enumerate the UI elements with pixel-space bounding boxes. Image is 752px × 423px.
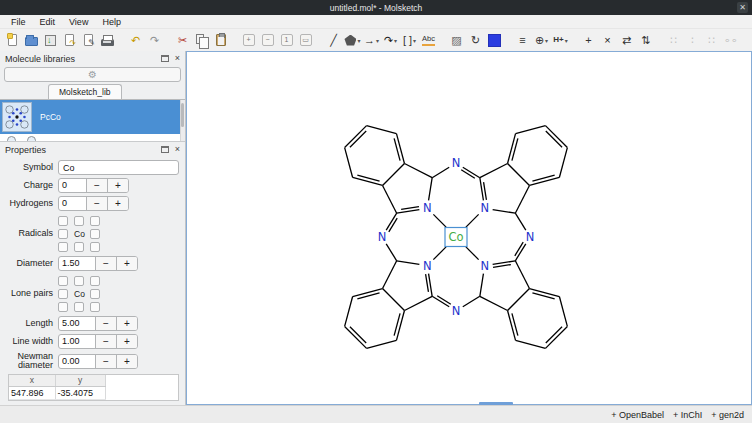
length-value[interactable]: 5.00	[59, 317, 95, 330]
cobalt-label[interactable]: Co	[448, 230, 463, 244]
new-file-button[interactable]	[3, 31, 22, 49]
print-icon	[101, 39, 114, 46]
newman-diameter-increment-button[interactable]: +	[116, 355, 137, 368]
nitrogen-label[interactable]: N	[480, 201, 489, 215]
radical-checkbox[interactable]	[58, 216, 68, 226]
tab-molsketch-lib[interactable]: Molsketch_lib	[48, 84, 122, 99]
nitrogen-label[interactable]: N	[480, 259, 489, 273]
flip-horizontal-button[interactable]: ⇄	[617, 31, 636, 49]
lone-pair-checkbox[interactable]	[74, 276, 84, 286]
paste-button[interactable]	[211, 31, 230, 49]
save-button[interactable]	[41, 31, 60, 49]
line-width-value[interactable]: 1.00	[59, 335, 95, 348]
radical-checkbox[interactable]	[58, 242, 68, 252]
line-width-increment-button[interactable]: +	[116, 335, 137, 348]
charge-stepper: 0 − +	[58, 178, 129, 193]
save-as-button[interactable]	[60, 31, 79, 49]
close-panel-icon[interactable]: ×	[175, 145, 180, 154]
charge-value[interactable]: 0	[59, 179, 86, 192]
charge-decrement-button[interactable]: −	[86, 179, 107, 192]
delete-tool-button[interactable]: ×	[598, 31, 617, 49]
float-panel-icon[interactable]	[161, 55, 169, 62]
nitrogen-label[interactable]: N	[526, 230, 535, 244]
radical-checkbox[interactable]	[90, 242, 100, 252]
mechanism-arrow-tool-button[interactable]: ↷▾	[381, 31, 400, 49]
ring-tool-button[interactable]: ▾	[343, 31, 362, 49]
menu-file[interactable]: File	[4, 17, 33, 27]
paste-icon	[216, 34, 226, 46]
open-file-button[interactable]	[22, 31, 41, 49]
newman-diameter-decrement-button[interactable]: −	[95, 355, 116, 368]
zoom-out-button[interactable]: −	[258, 31, 277, 49]
radical-checkbox[interactable]	[90, 229, 100, 239]
charge-tool-button[interactable]: ⊕▾	[532, 31, 551, 49]
length-increment-button[interactable]: +	[116, 317, 137, 330]
bracket-tool-button[interactable]: [ ]▾	[400, 31, 419, 49]
lone-pair-checkbox[interactable]	[58, 276, 68, 286]
print-button[interactable]	[98, 31, 117, 49]
close-icon[interactable]: ✕	[737, 2, 748, 13]
redo-button[interactable]: ↷	[145, 31, 164, 49]
drawing-canvas[interactable]: N N N N N N N N Co	[186, 51, 752, 405]
nitrogen-label[interactable]: N	[452, 304, 461, 318]
hydrogens-value[interactable]: 0	[59, 197, 86, 210]
float-panel-icon[interactable]	[161, 146, 169, 153]
radical-checkbox[interactable]	[90, 216, 100, 226]
library-scrollbar[interactable]	[180, 100, 185, 141]
zoom-in-button[interactable]: +	[239, 31, 258, 49]
library-settings-button[interactable]: ⚙	[4, 67, 181, 82]
length-decrement-button[interactable]: −	[95, 317, 116, 330]
export-icon	[84, 34, 93, 46]
radical-checkbox[interactable]	[74, 216, 84, 226]
lone-pair-checkbox[interactable]	[58, 289, 68, 299]
properties-panel-title: Properties	[5, 145, 161, 155]
diameter-increment-button[interactable]: +	[116, 257, 137, 270]
lone-pair-checkbox[interactable]	[90, 276, 100, 286]
library-item-next-partial[interactable]	[0, 134, 185, 141]
cut-button[interactable]: ✂	[173, 31, 192, 49]
library-item-pcco[interactable]: PcCo	[0, 100, 185, 134]
canvas-hscrollbar-thumb[interactable]	[479, 402, 513, 405]
lone-pair-checkbox[interactable]	[90, 289, 100, 299]
lone-pair-checkbox[interactable]	[74, 302, 84, 312]
text-tool-button[interactable]: Abc	[419, 31, 438, 49]
zoom-fit-button[interactable]: ▭	[296, 31, 315, 49]
copy-button[interactable]	[192, 31, 211, 49]
menu-view[interactable]: View	[62, 17, 95, 27]
diameter-value[interactable]: 1.50	[59, 257, 95, 270]
newman-diameter-value[interactable]: 0.00	[59, 355, 95, 368]
hydrogens-decrement-button[interactable]: −	[86, 197, 107, 210]
close-panel-icon[interactable]: ×	[175, 54, 180, 63]
hydrogens-increment-button[interactable]: +	[107, 197, 128, 210]
color-swatch-button[interactable]	[485, 31, 504, 49]
nitrogen-label[interactable]: N	[378, 230, 387, 244]
move-tool-button[interactable]: +	[579, 31, 598, 49]
mask-tool-button[interactable]: ▨	[447, 31, 466, 49]
radical-checkbox[interactable]	[74, 242, 84, 252]
draw-tool-button[interactable]: ╱	[324, 31, 343, 49]
menu-edit[interactable]: Edit	[33, 17, 63, 27]
arrow-tool-button[interactable]: →▾	[362, 31, 381, 49]
flip-vertical-button[interactable]: ⇅	[636, 31, 655, 49]
nitrogen-label[interactable]: N	[423, 201, 432, 215]
symbol-input[interactable]: Co	[58, 160, 179, 175]
lone-pair-checkbox[interactable]	[90, 302, 100, 312]
library-scrollbar-thumb[interactable]	[181, 103, 184, 127]
zoom-original-button[interactable]: 1	[277, 31, 296, 49]
menu-help[interactable]: Help	[95, 17, 128, 27]
radical-checkbox[interactable]	[58, 229, 68, 239]
charge-increment-button[interactable]: +	[107, 179, 128, 192]
undo-button[interactable]: ↶	[126, 31, 145, 49]
hydrogen-tool-button[interactable]: H+▾	[551, 31, 570, 49]
coord-x-cell[interactable]: 547.896	[9, 386, 55, 399]
lone-pair-checkbox[interactable]	[58, 302, 68, 312]
chevron-down-icon: ▾	[394, 37, 397, 44]
nitrogen-label[interactable]: N	[423, 259, 432, 273]
line-width-decrement-button[interactable]: −	[95, 335, 116, 348]
nitrogen-label[interactable]: N	[452, 156, 461, 170]
line-width-button[interactable]: ≡	[513, 31, 532, 49]
coord-y-cell[interactable]: -35.4075	[55, 386, 105, 399]
export-button[interactable]	[79, 31, 98, 49]
rotate-tool-button[interactable]: ↻	[466, 31, 485, 49]
diameter-decrement-button[interactable]: −	[95, 257, 116, 270]
